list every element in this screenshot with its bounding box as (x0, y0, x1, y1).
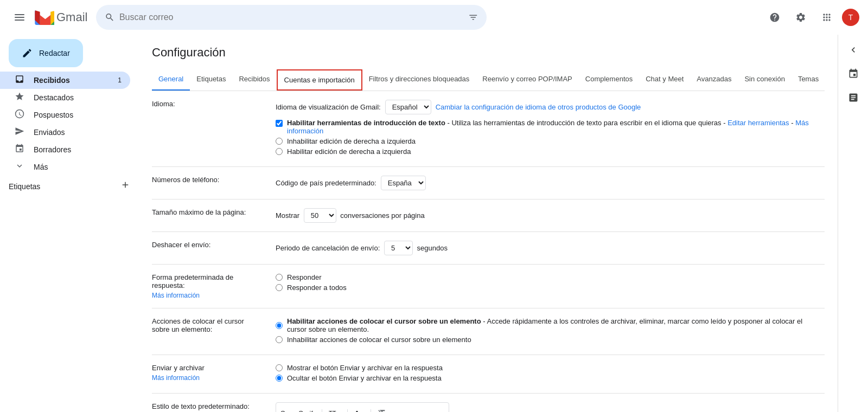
search-input[interactable] (119, 12, 464, 22)
habilitar-rtl-label: Habilitar edición de derecha a izquierda (287, 147, 411, 156)
ocultar-enviar-radio-row: Ocultar el botón Enviar y archivar en la… (276, 374, 820, 382)
deshacer-content: Periodo de cancelación de envío: 5 10 20… (271, 232, 825, 265)
right-panel-expand-btn[interactable] (843, 39, 864, 61)
tamano-row: Tamaño máximo de la página: Mostrar 50 2… (152, 199, 825, 232)
enviar-archivar-mas-info-link[interactable]: Más información (152, 374, 263, 382)
compose-button[interactable]: Redactar (9, 39, 83, 67)
content-area: Configuración General Etiquetas Recibido… (139, 35, 838, 412)
tabs-bar: General Etiquetas Recibidos Cuentas e im… (152, 68, 825, 91)
codigo-pais-select[interactable]: España (381, 176, 426, 190)
avatar[interactable]: T (842, 9, 859, 26)
tab-reenvio[interactable]: Reenvío y correo POP/IMAP (476, 68, 578, 91)
font-size-btn[interactable]: TT ▾ (326, 409, 344, 412)
svg-rect-2 (15, 20, 24, 21)
responder-radio[interactable] (276, 274, 283, 281)
inbox-icon (14, 74, 25, 87)
mostrar-enviar-radio[interactable] (276, 364, 283, 371)
filter-icon[interactable] (468, 12, 478, 23)
idioma-link[interactable]: Cambiar la configuración de idioma de ot… (436, 103, 641, 111)
rtl-radio2-row: Habilitar edición de derecha a izquierda (276, 147, 820, 156)
responder-todos-radio[interactable] (276, 284, 283, 291)
right-panel (838, 35, 868, 412)
herramientas-checkbox[interactable] (276, 120, 283, 127)
tab-cuentas[interactable]: Cuentas e importación (277, 69, 362, 91)
inhabilitar-acciones-radio[interactable] (276, 336, 283, 343)
tab-avanzadas[interactable]: Avanzadas (690, 68, 738, 91)
right-panel-tasks-btn[interactable] (843, 87, 864, 108)
tab-filtros[interactable]: Filtros y direcciones bloqueadas (362, 68, 476, 91)
telefonos-label-cell: Números de teléfono: (152, 167, 271, 199)
toolbar-sep1 (322, 409, 322, 413)
responder-label: Responder (287, 273, 322, 281)
editar-herramientas-link[interactable]: Editar herramientas (727, 119, 789, 127)
tab-etiquetas[interactable]: Etiquetas (190, 68, 232, 91)
respuesta-mas-info-link[interactable]: Más información (152, 292, 263, 299)
respuesta-label-cell: Forma predeterminada de respuesta: Más i… (152, 265, 271, 308)
inhabilitar-acciones-label: Inhabilitar acciones de colocar el curso… (287, 336, 471, 344)
inhabilitar-rtl-label: Inhabilitar edición de derecha a izquier… (287, 137, 416, 145)
top-bar: Gmail T (0, 0, 868, 35)
tab-temas[interactable]: Temas (792, 68, 825, 91)
mas-label: Más (34, 163, 48, 171)
borradores-label: Borradores (34, 145, 71, 154)
tab-general[interactable]: General (152, 68, 190, 91)
sidebar-item-borradores[interactable]: Borradores (0, 141, 130, 158)
herramientas-label: Habilitar herramientas de introducción d… (287, 119, 820, 135)
sidebar-item-mas[interactable]: Más (0, 158, 130, 176)
font-color-btn[interactable]: A ▾ (351, 408, 367, 412)
ocultar-enviar-label: Ocultar el botón Enviar y archivar en la… (287, 374, 442, 382)
habilitar-acciones-label: Habilitar acciones de colocar el cursor … (287, 317, 820, 333)
habilitar-acciones-radio-row: Habilitar acciones de colocar el cursor … (276, 317, 820, 333)
acciones-content: Habilitar acciones de colocar el cursor … (271, 308, 825, 355)
idioma-label: Idioma: (152, 91, 271, 167)
inhabilitar-rtl-radio[interactable] (276, 138, 283, 145)
clear-format-btn[interactable] (374, 407, 390, 412)
settings-button[interactable] (790, 7, 812, 28)
right-panel-calendar-btn[interactable] (843, 63, 864, 85)
enviar-archivar-row: Enviar y archivar Más información Mostra… (152, 355, 825, 394)
tab-sinconexion[interactable]: Sin conexión (738, 68, 791, 91)
search-icon (105, 12, 114, 23)
apps-button[interactable] (816, 7, 838, 28)
idioma-select[interactable]: Español (385, 100, 431, 114)
sidebar-item-pospuestos[interactable]: Pospuestos (0, 106, 130, 124)
tab-chat[interactable]: Chat y Meet (639, 68, 690, 91)
ocultar-enviar-radio[interactable] (276, 375, 283, 382)
font-dropdown-icon[interactable]: ▾ (315, 410, 318, 412)
tamano-select[interactable]: 50 25 100 (304, 208, 336, 223)
hamburger-button[interactable] (9, 7, 30, 28)
responder-radio-row: Responder (276, 273, 820, 281)
idioma-content: Idioma de visualización de Gmail: Españo… (271, 91, 825, 167)
codigo-pais-label: Código de país predeterminado: (276, 179, 376, 187)
toolbar-sep2 (347, 409, 348, 413)
recibidos-label: Recibidos (34, 76, 70, 85)
telefonos-row: Números de teléfono: Código de país pred… (152, 167, 825, 199)
rtl-radio1-row: Inhabilitar edición de derecha a izquier… (276, 137, 820, 145)
font-selector[interactable]: Sans Serif (280, 409, 313, 412)
deshacer-prefix: Periodo de cancelación de envío: (276, 244, 380, 252)
etiquetas-section[interactable]: Etiquetas (0, 176, 139, 195)
sidebar-item-recibidos[interactable]: Recibidos 1 (0, 72, 130, 89)
help-button[interactable] (764, 7, 786, 28)
enviar-archivar-label-cell: Enviar y archivar Más información (152, 355, 271, 394)
sidebar-item-destacados[interactable]: Destacados (0, 89, 130, 106)
deshacer-select[interactable]: 5 10 20 30 (384, 241, 413, 255)
sidebar-item-enviados[interactable]: Enviados (0, 124, 130, 141)
mostrar-enviar-label: Mostrar el botón Enviar y archivar en la… (287, 364, 443, 372)
herramientas-checkbox-row: Habilitar herramientas de introducción d… (276, 119, 820, 135)
respuesta-content: Responder Responder a todos (271, 265, 825, 308)
responder-todos-label: Responder a todos (287, 284, 347, 292)
top-right-actions: T (764, 7, 859, 28)
destacados-label: Destacados (34, 93, 74, 102)
compose-icon (22, 48, 33, 59)
habilitar-acciones-radio[interactable] (276, 322, 283, 329)
estilo-texto-row: Estilo de texto predeterminado: (Usa el … (152, 394, 825, 413)
enviar-archivar-content: Mostrar el botón Enviar y archivar en la… (271, 355, 825, 394)
tamano-content: Mostrar 50 25 100 conversaciones por pág… (271, 199, 825, 232)
habilitar-rtl-radio[interactable] (276, 148, 283, 155)
tab-complementos[interactable]: Complementos (579, 68, 639, 91)
main-layout: Redactar Recibidos 1 Destacados Pospuest… (0, 35, 868, 412)
add-label-icon[interactable] (120, 180, 130, 192)
deshacer-label-cell: Deshacer el envío: (152, 232, 271, 265)
tab-recibidos[interactable]: Recibidos (232, 68, 276, 91)
